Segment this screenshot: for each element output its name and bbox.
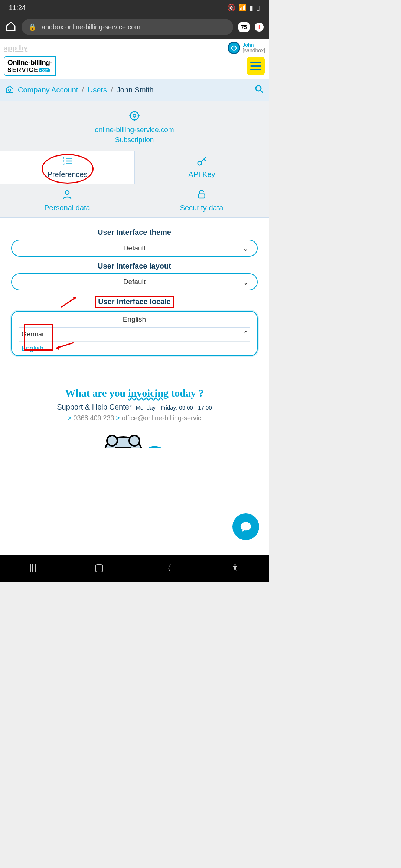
theme-dropdown[interactable]: Default ⌄ (11, 240, 258, 257)
svg-point-6 (133, 114, 136, 117)
layout-label: User Interface layout (11, 262, 258, 270)
nav-home[interactable] (95, 564, 103, 572)
support-phone[interactable]: 0368 409 233 (73, 414, 114, 422)
wifi-icon: 📶 (238, 4, 247, 12)
locale-dropdown[interactable]: English ⌃ German English (11, 311, 258, 356)
locale-label: User Interface locale (95, 296, 174, 308)
field-theme: User Interface theme Default ⌄ (11, 228, 258, 257)
contacts-line: > 0368 409 233 > office@online-billing-s… (4, 414, 265, 422)
browser-update-icon[interactable]: ⬆ (255, 23, 264, 32)
footer-tagline: What are you invoicing today ? (4, 387, 265, 399)
tab-security-data[interactable]: Security data (134, 184, 269, 217)
chevron-up-icon: ⌃ (243, 329, 249, 338)
android-nav-bar: 〈 (0, 555, 269, 582)
signal-icon: ▮ (250, 4, 253, 12)
preferences-form: User Interface theme Default ⌄ User Inte… (0, 218, 269, 380)
chat-fab[interactable] (232, 513, 259, 540)
menu-button[interactable] (247, 57, 265, 75)
tab-api-key-label: API Key (135, 170, 269, 179)
status-time: 11:24 (9, 4, 26, 12)
locale-option-german[interactable]: German (19, 328, 250, 342)
locale-value: English (123, 315, 146, 323)
svg-point-3 (256, 86, 261, 91)
home-icon (5, 85, 14, 95)
field-layout: User Interface layout Default ⌄ (11, 262, 258, 290)
breadcrumb-users[interactable]: Users (88, 86, 107, 94)
svg-rect-21 (198, 194, 205, 198)
support-line: Support & Help Center Monday - Friday: 0… (4, 403, 265, 411)
url-text: andbox.online-billing-service.com (42, 23, 140, 31)
tab-count-button[interactable]: 75 (238, 22, 250, 32)
chevron-down-icon: ⌄ (243, 244, 249, 253)
theme-label: User Interface theme (11, 228, 258, 237)
locale-option-english[interactable]: English (19, 342, 250, 355)
tab-personal-data[interactable]: Personal data (0, 184, 134, 217)
tab-api-key[interactable]: API Key (135, 151, 269, 184)
app-header: app by John [sandbox] (0, 39, 269, 56)
app-by-label: app by (4, 43, 27, 53)
breadcrumb-current: John Smith (117, 86, 154, 94)
user-name: John (242, 42, 265, 48)
nav-back[interactable]: 〈 (162, 562, 172, 575)
browser-home-button[interactable] (5, 21, 16, 33)
battery-icon: ▯ (256, 4, 260, 12)
breadcrumb: Company Account / Users / John Smith (0, 79, 269, 101)
theme-value: Default (123, 244, 146, 252)
browser-toolbar: 🔒 andbox.online-billing-service.com 75 ⬆ (0, 16, 269, 39)
tab-preferences[interactable]: 123 Preferences (0, 151, 135, 184)
svg-text:3: 3 (63, 162, 64, 165)
svg-point-25 (107, 435, 117, 446)
svg-line-19 (204, 159, 206, 161)
svg-point-17 (198, 161, 201, 165)
user-tabs: online-billing-service.com Subscription … (0, 101, 269, 218)
support-email[interactable]: office@online-billing-servic (122, 414, 201, 422)
svg-point-5 (130, 112, 139, 120)
logo-row: Online-billing- service•com (0, 56, 269, 79)
nav-recent[interactable] (30, 564, 36, 572)
page-footer: What are you invoicing today ? Support &… (0, 380, 269, 448)
svg-rect-27 (115, 447, 131, 448)
nav-accessibility[interactable] (231, 563, 239, 574)
search-icon[interactable] (255, 85, 264, 95)
tab-preferences-label: Preferences (0, 170, 134, 179)
lock-icon: 🔒 (28, 23, 36, 31)
tab-personal-data-label: Personal data (0, 204, 134, 212)
svg-point-28 (235, 564, 236, 565)
svg-line-18 (201, 157, 206, 162)
svg-point-2 (9, 89, 11, 91)
svg-point-26 (129, 435, 140, 446)
user-env: [sandbox] (242, 48, 265, 53)
current-user[interactable]: John [sandbox] (242, 42, 265, 54)
logout-button[interactable] (228, 42, 240, 54)
mute-icon: 🔇 (227, 4, 235, 12)
tab-security-data-label: Security data (134, 204, 269, 212)
field-locale: User Interface locale English ⌃ German E… (11, 296, 258, 356)
tab-subscription[interactable]: online-billing-service.com Subscription (0, 110, 269, 151)
support-label: Support & Help Center (57, 403, 131, 411)
android-status-bar: 11:24 🔇 📶 ▮ ▯ (0, 0, 269, 16)
chevron-down-icon: ⌄ (243, 278, 249, 286)
breadcrumb-company[interactable]: Company Account (18, 86, 78, 94)
svg-point-20 (65, 191, 69, 194)
layout-dropdown[interactable]: Default ⌄ (11, 273, 258, 290)
svg-line-4 (260, 90, 263, 93)
support-hours: Monday - Friday: 09:00 - 17:00 (136, 404, 212, 411)
address-bar[interactable]: 🔒 andbox.online-billing-service.com (22, 19, 233, 35)
mascot-illustration (4, 426, 265, 448)
app-logo[interactable]: Online-billing- service•com (4, 56, 55, 76)
layout-value: Default (123, 278, 146, 286)
